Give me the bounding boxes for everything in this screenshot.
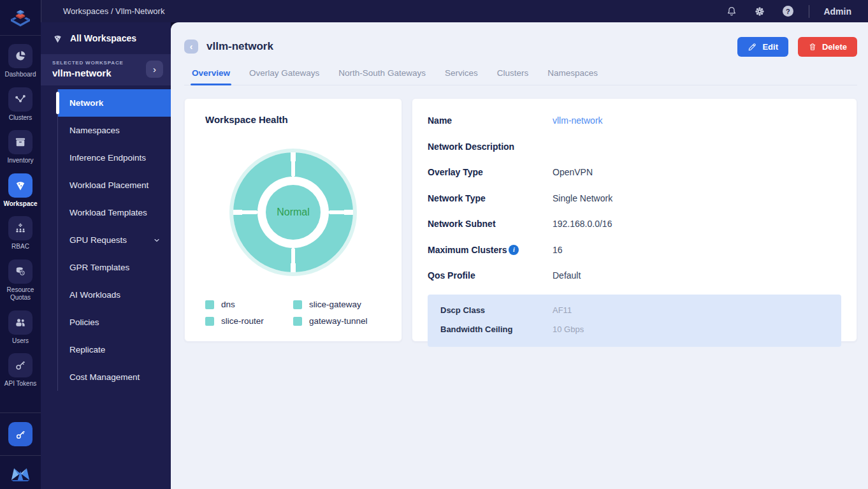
menu-label: GPU Requests — [69, 235, 127, 245]
legend-swatch — [205, 317, 214, 326]
tile — [8, 259, 33, 284]
chevron-right-icon: › — [153, 64, 156, 75]
detail-label: Qos Profile — [428, 270, 553, 281]
rail-item-label: Workspace — [3, 200, 37, 208]
page-title: vllm-network — [206, 40, 273, 53]
sidebar-item-workload-templates[interactable]: Workload Templates — [58, 199, 171, 226]
rail-item-label: Clusters — [9, 114, 33, 122]
selected-workspace-text: SELECTED WORKSPACE vllm-network — [52, 60, 124, 78]
trash-icon — [808, 42, 817, 52]
chevron-left-icon: ‹ — [190, 41, 193, 52]
rail-item-api-tokens[interactable]: API Tokens — [0, 353, 41, 388]
rail-item-workspace[interactable]: Workspace — [0, 173, 41, 208]
sidebar-item-workload-placement[interactable]: Workload Placement — [58, 172, 171, 199]
legend-item-slice-gateway: slice-gateway — [293, 300, 381, 309]
all-workspaces-button[interactable]: All Workspaces — [41, 22, 171, 54]
rail-item-clusters[interactable]: Clusters — [0, 87, 41, 122]
tab-overview[interactable]: Overview — [192, 68, 230, 85]
tab-services[interactable]: Services — [445, 68, 478, 85]
admin-menu[interactable]: Admin — [823, 6, 851, 17]
sidebar-item-policies[interactable]: Policies — [58, 309, 171, 336]
menu-label: Namespaces — [69, 126, 120, 135]
expand-workspace-button[interactable]: › — [146, 61, 163, 78]
detail-label: Overlay Type — [428, 167, 553, 177]
rail-item-rbac[interactable]: RBAC — [0, 216, 41, 251]
pencil-icon — [748, 42, 757, 52]
breadcrumb[interactable]: Workspaces / Vllm-Network — [63, 6, 164, 16]
legend-label: slice-router — [221, 316, 264, 326]
sidebar-item-network[interactable]: Network — [58, 89, 171, 117]
edit-button-label: Edit — [762, 42, 778, 52]
menu-label: Cost Management — [69, 372, 140, 382]
tab-north-south-gateways[interactable]: North-South Gateways — [338, 68, 426, 85]
health-donut-chart[interactable]: Normal — [233, 152, 353, 272]
delete-button[interactable]: Delete — [798, 37, 857, 57]
page-header: ‹ vllm-network Edit Delete — [184, 36, 857, 57]
sidebar-item-namespaces[interactable]: Namespaces — [58, 117, 171, 144]
qos-label: Dscp Class — [440, 305, 553, 315]
sidebar-item-ai-workloads[interactable]: AI Workloads — [58, 281, 171, 309]
sidebar-menu: Network Namespaces Inference Endpoints W… — [57, 89, 171, 391]
menu-label: Network — [69, 98, 103, 108]
sidebar-item-gpr-templates[interactable]: GPR Templates — [58, 254, 171, 281]
sidebar-item-inference-endpoints[interactable]: Inference Endpoints — [58, 144, 171, 172]
tab-bar: Overview Overlay Gateways North-South Ga… — [184, 68, 857, 85]
legend-swatch — [293, 300, 302, 309]
detail-row-name: Name vllm-network — [428, 108, 841, 134]
users-icon — [14, 316, 27, 329]
tab-clusters[interactable]: Clusters — [497, 68, 529, 85]
menu-label: Inference Endpoints — [69, 153, 146, 163]
resource-quotas-icon — [14, 265, 27, 278]
quick-key-button[interactable] — [8, 422, 33, 446]
rail-item-label: RBAC — [11, 243, 29, 251]
tile — [8, 353, 33, 377]
detail-label-text: Maximum Clusters — [428, 245, 507, 255]
app-logo[interactable] — [0, 0, 41, 36]
menu-label: Workload Templates — [69, 208, 147, 217]
cluster-nodes-icon — [14, 93, 27, 106]
notifications-button[interactable] — [725, 4, 739, 18]
info-icon[interactable]: i — [509, 245, 519, 255]
detail-row-overlay-type: Overlay Type OpenVPN — [428, 159, 841, 186]
tile — [8, 173, 33, 198]
workspace-slice-icon — [14, 179, 27, 192]
health-donut-wrap: Normal — [198, 125, 389, 300]
health-status-badge: Normal — [266, 185, 321, 240]
legend-label: dns — [221, 300, 235, 309]
avesha-logo-icon — [8, 6, 33, 29]
back-button[interactable]: ‹ — [184, 40, 198, 54]
legend-item-dns: dns — [205, 300, 293, 309]
sidebar-item-cost-management[interactable]: Cost Management — [58, 363, 171, 391]
delete-button-label: Delete — [822, 42, 847, 52]
rail-item-users[interactable]: Users — [0, 310, 41, 346]
detail-row-network-type: Network Type Single Network — [428, 186, 841, 212]
tile — [8, 87, 33, 112]
legend-label: gateway-tunnel — [309, 316, 368, 326]
sidebar-item-replicate[interactable]: Replicate — [58, 336, 171, 363]
detail-label: Network Subnet — [428, 219, 553, 229]
rail-item-inventory[interactable]: Inventory — [0, 130, 41, 165]
detail-value[interactable]: vllm-network — [553, 115, 841, 126]
detail-row-maximum-clusters: Maximum Clusters i 16 — [428, 237, 841, 263]
tile — [8, 310, 33, 335]
workspace-slice-icon — [52, 33, 63, 44]
tab-overlay-gateways[interactable]: Overlay Gateways — [249, 68, 319, 85]
selected-workspace-caption: SELECTED WORKSPACE — [52, 60, 124, 66]
divider — [809, 5, 809, 18]
tile — [8, 130, 33, 154]
detail-label: Name — [428, 115, 553, 126]
header-actions: Edit Delete — [737, 37, 857, 57]
detail-value: Single Network — [553, 193, 841, 203]
settings-button[interactable] — [753, 4, 767, 18]
rail-nav: Dashboard Clusters — [0, 36, 41, 388]
sidebar-item-gpu-requests[interactable]: GPU Requests — [58, 226, 171, 254]
tab-namespaces[interactable]: Namespaces — [547, 68, 598, 85]
edit-button[interactable]: Edit — [737, 37, 788, 57]
rail-item-label: API Tokens — [4, 380, 36, 388]
key-icon — [15, 428, 27, 441]
rail-item-resource-quotas[interactable]: Resource Quotas — [0, 259, 41, 302]
help-button[interactable]: ? — [781, 4, 795, 18]
rail-item-label: Users — [12, 337, 29, 346]
qos-row-bandwidth-ceiling: Bandwidth Ceiling 10 Gbps — [440, 320, 841, 339]
rail-item-dashboard[interactable]: Dashboard — [0, 44, 41, 79]
